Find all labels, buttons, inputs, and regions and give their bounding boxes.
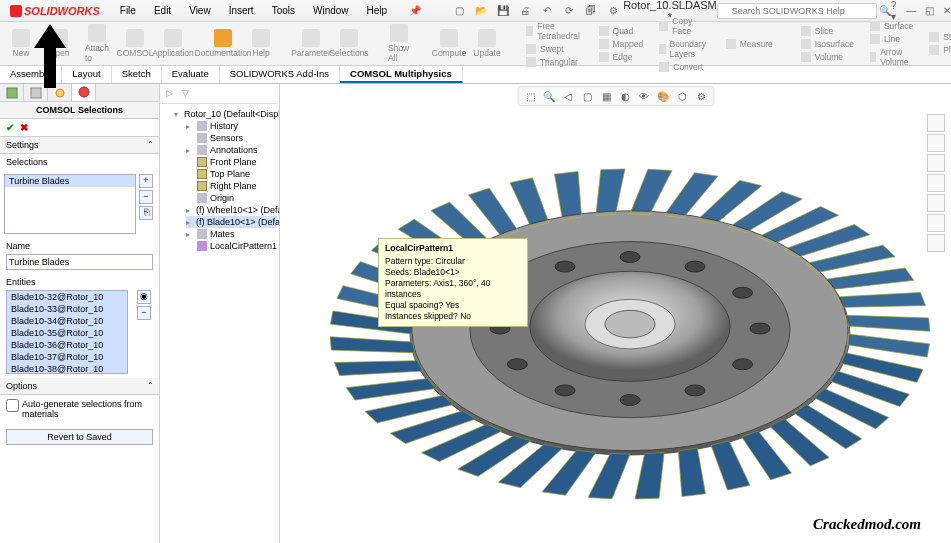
rib-swept[interactable]: Swept xyxy=(522,43,587,55)
rib-streamline[interactable]: Streamline xyxy=(925,31,951,43)
rib-player[interactable]: Player xyxy=(925,44,951,56)
display-style-icon[interactable]: ◐ xyxy=(617,88,633,104)
rib-documentation[interactable]: Documentation xyxy=(208,29,238,58)
panel-tab-config-icon[interactable] xyxy=(24,84,48,101)
search-help-input[interactable] xyxy=(717,3,877,19)
rib-convert[interactable]: Convert xyxy=(655,61,713,73)
rib-slice[interactable]: Slice xyxy=(797,25,858,37)
hide-show-icon[interactable]: 👁 xyxy=(636,88,652,104)
entities-list[interactable]: Blade10-32@Rotor_10 Blade10-33@Rotor_10 … xyxy=(6,290,128,374)
rib-parameter[interactable]: Parameter xyxy=(296,29,326,58)
scene-icon[interactable]: ⬡ xyxy=(674,88,690,104)
selections-list[interactable]: Turbine Blades xyxy=(4,174,136,234)
rib-edge[interactable]: Edge xyxy=(595,51,648,63)
rib-mapped[interactable]: Mapped xyxy=(595,38,648,50)
menu-help[interactable]: Help xyxy=(359,3,396,18)
tree-root[interactable]: ▾Rotor_10 (Default<Displa... xyxy=(174,108,277,120)
rib-open[interactable]: Open xyxy=(44,29,74,58)
rib-compute[interactable]: Compute xyxy=(434,29,464,58)
auto-generate-checkbox[interactable]: Auto-generate selections from materials xyxy=(6,399,153,419)
tab-addins[interactable]: SOLIDWORKS Add-Ins xyxy=(220,66,340,83)
section-icon[interactable]: ▢ xyxy=(579,88,595,104)
tree-history[interactable]: ▸History xyxy=(186,120,277,132)
qat-rebuild-icon[interactable]: ⟳ xyxy=(559,2,579,20)
qat-options-icon[interactable]: 🗐 xyxy=(581,2,601,20)
rib-copy-face[interactable]: Copy Face xyxy=(655,15,713,37)
add-selection-icon[interactable]: + xyxy=(139,174,153,188)
rib-line[interactable]: Line xyxy=(866,33,917,45)
qat-open-icon[interactable]: 📂 xyxy=(471,2,491,20)
entity-item[interactable]: Blade10-34@Rotor_10 xyxy=(7,315,127,327)
qat-undo-icon[interactable]: ↶ xyxy=(537,2,557,20)
pick-icon[interactable]: ◉ xyxy=(137,290,151,304)
menu-view[interactable]: View xyxy=(181,3,219,18)
tree-annotations[interactable]: ▸Annotations xyxy=(186,144,277,156)
rib-attach[interactable]: Attach to xyxy=(82,24,112,63)
tab-comsol[interactable]: COMSOL Multiphysics xyxy=(340,66,463,83)
menu-file[interactable]: File xyxy=(112,3,144,18)
view-settings-icon[interactable]: ⚙ xyxy=(693,88,709,104)
zoom-fit-icon[interactable]: ⬚ xyxy=(522,88,538,104)
options-header[interactable]: Options˄ xyxy=(0,378,159,395)
remove-entity-icon[interactable]: − xyxy=(137,306,151,320)
rib-isosurface[interactable]: Isosurface xyxy=(797,38,858,50)
menu-tools[interactable]: Tools xyxy=(264,3,303,18)
tree-origin[interactable]: Origin xyxy=(186,192,277,204)
entity-item[interactable]: Blade10-37@Rotor_10 xyxy=(7,351,127,363)
search-icon[interactable]: 🔍 xyxy=(879,2,891,20)
rib-arrow-vol[interactable]: Arrow Volume xyxy=(866,46,917,68)
duplicate-icon[interactable]: ⎘ xyxy=(139,206,153,220)
menu-edit[interactable]: Edit xyxy=(146,3,179,18)
zoom-area-icon[interactable]: 🔍 xyxy=(541,88,557,104)
rib-comsol[interactable]: COMSOL xyxy=(120,29,150,58)
qat-settings-icon[interactable]: ⚙ xyxy=(603,2,623,20)
entity-item[interactable]: Blade10-33@Rotor_10 xyxy=(7,303,127,315)
tree-pattern[interactable]: LocalCirPattern1 xyxy=(186,240,277,252)
tree-filter-icon[interactable]: ▽ xyxy=(182,88,194,100)
help-menu-icon[interactable]: ? ▾ xyxy=(891,2,897,20)
entity-item[interactable]: Blade10-38@Rotor_10 xyxy=(7,363,127,374)
tree-top-plane[interactable]: Top Plane xyxy=(186,168,277,180)
close-icon[interactable]: ✕ xyxy=(940,4,951,18)
tab-layout[interactable]: Layout xyxy=(62,66,112,83)
entity-item[interactable]: Blade10-35@Rotor_10 xyxy=(7,327,127,339)
menu-window[interactable]: Window xyxy=(305,3,357,18)
qat-save-icon[interactable]: 💾 xyxy=(493,2,513,20)
rib-help[interactable]: Help xyxy=(246,29,276,58)
ok-icon[interactable]: ✔ xyxy=(6,122,14,133)
tab-evaluate[interactable]: Evaluate xyxy=(162,66,220,83)
panel-tab-comsol-icon[interactable] xyxy=(72,84,96,101)
pin-icon[interactable]: 📌 xyxy=(401,3,429,18)
entity-item[interactable]: Blade10-32@Rotor_10 xyxy=(7,291,127,303)
tree-blade[interactable]: ▸(f) Blade10<1> (Defa... xyxy=(186,216,277,228)
view-orient-icon[interactable]: ▦ xyxy=(598,88,614,104)
qat-new-icon[interactable]: ▢ xyxy=(449,2,469,20)
tree-wheel[interactable]: ▸(f) Wheel10<1> (Defa... xyxy=(186,204,277,216)
remove-selection-icon[interactable]: − xyxy=(139,190,153,204)
tab-sketch[interactable]: Sketch xyxy=(112,66,162,83)
tree-right-plane[interactable]: Right Plane xyxy=(186,180,277,192)
rib-boundary[interactable]: Boundary Layers xyxy=(655,38,713,60)
rib-quad[interactable]: Quad xyxy=(595,25,648,37)
menu-insert[interactable]: Insert xyxy=(221,3,262,18)
tree-sensors[interactable]: Sensors xyxy=(186,132,277,144)
rib-volume[interactable]: Volume xyxy=(797,51,858,63)
rib-free-tet[interactable]: Free Tetrahedral xyxy=(522,20,587,42)
appearance-icon[interactable]: 🎨 xyxy=(655,88,671,104)
rib-new[interactable]: New xyxy=(6,29,36,58)
rib-showall[interactable]: Show All xyxy=(384,24,414,63)
revert-button[interactable]: Revert to Saved xyxy=(6,429,153,445)
selection-item[interactable]: Turbine Blades xyxy=(5,175,135,187)
rib-selections[interactable]: Selections xyxy=(334,29,364,58)
settings-header[interactable]: Settings˄ xyxy=(0,137,159,154)
tree-front-plane[interactable]: Front Plane xyxy=(186,156,277,168)
tab-assembly[interactable]: Assembly xyxy=(0,66,62,83)
rib-update[interactable]: Update xyxy=(472,29,502,58)
rib-applib[interactable]: Application xyxy=(158,29,188,58)
rib-triangular[interactable]: Triangular xyxy=(522,56,587,68)
cancel-icon[interactable]: ✖ xyxy=(20,122,28,133)
minimize-icon[interactable]: — xyxy=(904,4,918,18)
panel-tab-display-icon[interactable] xyxy=(48,84,72,101)
name-input[interactable] xyxy=(6,254,153,270)
viewport[interactable]: ⬚ 🔍 ◁ ▢ ▦ ◐ 👁 🎨 ⬡ ⚙ LocalCirPattern1 Pat… xyxy=(280,84,951,543)
